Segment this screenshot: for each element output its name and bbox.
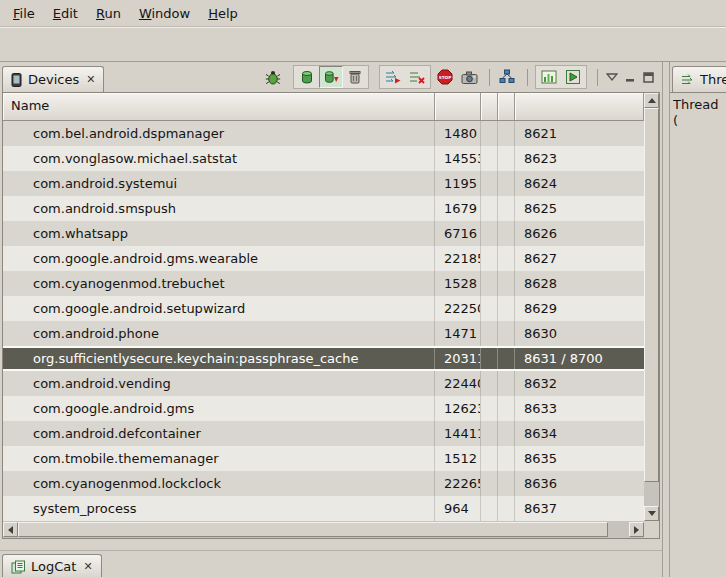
capture-systrace-icon[interactable] <box>537 66 561 88</box>
table-row[interactable]: com.tmobile.thememanager 1512 8635 <box>3 446 644 471</box>
column-header-name[interactable]: Name <box>3 93 435 120</box>
column-header-3[interactable] <box>481 93 498 120</box>
stop-process-icon[interactable]: STOP <box>433 66 457 88</box>
empty-cell <box>498 121 515 146</box>
tab-devices[interactable]: Devices ✕ <box>2 66 104 92</box>
pid-cell: 20311 <box>435 346 481 371</box>
pid-cell: 1512 <box>435 446 481 471</box>
tab-devices-close-icon[interactable]: ✕ <box>86 73 95 86</box>
screen-capture-icon[interactable] <box>457 66 481 88</box>
empty-cell <box>481 446 498 471</box>
device-icon <box>11 73 23 87</box>
tab-logcat-close-icon[interactable]: ✕ <box>83 560 92 573</box>
port-cell: 8629 <box>515 296 644 321</box>
empty-cell <box>498 171 515 196</box>
empty-cell <box>481 196 498 221</box>
minimize-icon[interactable] <box>621 66 639 88</box>
table-row[interactable]: com.android.smspush 1679 8625 <box>3 196 644 221</box>
scroll-up-icon[interactable] <box>644 93 659 108</box>
table-row[interactable]: com.vonglasow.michael.satstat 14553 8623 <box>3 146 644 171</box>
table-row[interactable]: com.android.vending 22440 8632 <box>3 371 644 396</box>
process-name-cell: com.bel.android.dspmanager <box>3 121 435 146</box>
process-name-cell: com.android.systemui <box>3 171 435 196</box>
menu-item-run[interactable]: Run <box>87 3 130 24</box>
empty-cell <box>481 346 498 371</box>
scroll-down-icon[interactable] <box>644 506 659 521</box>
menu-item-file[interactable]: File <box>4 3 44 24</box>
update-threads-icon[interactable] <box>381 66 405 88</box>
horizontal-scrollbar-thumb[interactable] <box>18 522 608 537</box>
horizontal-scrollbar[interactable] <box>3 521 644 538</box>
column-header-4[interactable] <box>498 93 515 120</box>
threads-panel: Threads Thread up ( <box>670 62 726 577</box>
pid-cell: 964 <box>435 496 481 521</box>
process-name-cell: com.google.android.gms <box>3 396 435 421</box>
view-menu-icon[interactable] <box>603 66 621 88</box>
pid-cell: 1528 <box>435 271 481 296</box>
empty-cell <box>498 496 515 521</box>
update-heap-icon[interactable] <box>295 66 319 88</box>
process-name-cell: org.sufficientlysecure.keychain:passphra… <box>3 346 435 371</box>
table-row[interactable]: com.android.defcontainer 14411 8634 <box>3 421 644 446</box>
dump-hprof-icon[interactable] <box>319 66 343 88</box>
column-header-pid[interactable] <box>435 93 481 120</box>
empty-cell <box>481 321 498 346</box>
tab-threads-label: Threads <box>700 72 726 87</box>
process-name-cell: com.cyanogenmod.trebuchet <box>3 271 435 296</box>
pid-cell: 1480 <box>435 121 481 146</box>
empty-cell <box>481 421 498 446</box>
port-cell: 8633 <box>515 396 644 421</box>
empty-cell <box>481 496 498 521</box>
start-method-profiling-icon[interactable] <box>405 66 429 88</box>
empty-cell <box>498 371 515 396</box>
pid-cell: 1471 <box>435 321 481 346</box>
table-row[interactable]: com.cyanogenmod.trebuchet 1528 8628 <box>3 271 644 296</box>
vertical-scrollbar-thumb[interactable] <box>644 108 659 482</box>
main-area: Devices ✕ <box>0 62 726 577</box>
panel-sash[interactable] <box>662 62 670 577</box>
maximize-icon[interactable] <box>639 66 657 88</box>
pid-cell: 22265 <box>435 471 481 496</box>
table-row[interactable]: com.google.android.gms.wearable 22185 86… <box>3 246 644 271</box>
scroll-left-icon[interactable] <box>3 522 18 537</box>
toolbar-separator <box>527 69 528 86</box>
table-row[interactable]: com.whatsapp 6716 8626 <box>3 221 644 246</box>
trace-icon-group <box>535 65 587 89</box>
debug-process-icon[interactable] <box>261 66 285 88</box>
logcat-icon <box>11 560 26 574</box>
cause-gc-icon[interactable] <box>343 66 367 88</box>
table-row[interactable]: com.android.systemui 1195 8624 <box>3 171 644 196</box>
empty-cell <box>498 221 515 246</box>
empty-cell <box>498 446 515 471</box>
menu-item-help[interactable]: Help <box>199 3 247 24</box>
devices-panel: Devices ✕ <box>0 62 662 550</box>
menu-item-edit[interactable]: Edit <box>44 3 87 24</box>
menu-item-window[interactable]: Window <box>130 3 199 24</box>
port-cell: 8637 <box>515 496 644 521</box>
empty-cell <box>498 146 515 171</box>
tab-logcat[interactable]: LogCat ✕ <box>2 554 102 577</box>
left-column: Devices ✕ <box>0 62 662 577</box>
tab-threads[interactable]: Threads <box>672 66 726 92</box>
table-row[interactable]: com.google.android.gms 12623 8633 <box>3 396 644 421</box>
view-hierarchy-icon[interactable] <box>495 66 519 88</box>
column-header-port[interactable] <box>515 93 644 120</box>
tab-logcat-label: LogCat <box>31 559 76 574</box>
scroll-right-icon[interactable] <box>629 522 644 537</box>
table-row[interactable]: org.sufficientlysecure.keychain:passphra… <box>3 346 644 371</box>
port-cell: 8627 <box>515 246 644 271</box>
table-row[interactable]: com.bel.android.dspmanager 1480 8621 <box>3 121 644 146</box>
threads-icon-group <box>379 65 431 89</box>
ddms-window: FileEditRunWindowHelp Devices ✕ <box>0 0 726 577</box>
table-row[interactable]: com.cyanogenmod.lockclock 22265 8636 <box>3 471 644 496</box>
table-row[interactable]: system_process 964 8637 <box>3 496 644 521</box>
vertical-scrollbar[interactable] <box>644 93 659 521</box>
threads-message-line1: Thread up <box>673 97 723 113</box>
table-row[interactable]: com.google.android.setupwizard 22250 862… <box>3 296 644 321</box>
port-cell: 8625 <box>515 196 644 221</box>
pid-cell: 1679 <box>435 196 481 221</box>
start-opengl-trace-icon[interactable] <box>561 66 585 88</box>
toolbar-separator <box>489 69 490 86</box>
table-row[interactable]: com.android.phone 1471 8630 <box>3 321 644 346</box>
devices-view-toolbar: STOP <box>261 65 657 89</box>
